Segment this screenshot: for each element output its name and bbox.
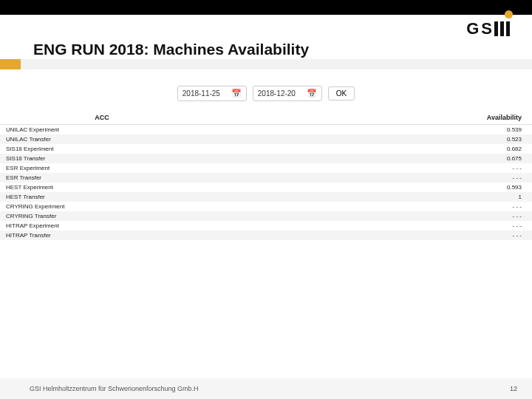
calendar-icon[interactable]: 📅	[231, 89, 242, 98]
page-number: 12	[510, 385, 517, 392]
cell-availability: - - -	[198, 222, 526, 229]
logo-letter-g: G	[466, 19, 478, 38]
date-from-field[interactable]: 📅	[177, 86, 247, 101]
table-body: UNILAC Experiment0.539UNILAC Transfer0.5…	[0, 125, 532, 240]
table-row: ESR Experiment- - -	[0, 163, 532, 173]
table-row: ESR Transfer- - -	[0, 173, 532, 183]
cell-acc: HEST Transfer	[6, 194, 198, 200]
logo-letter-s: S	[481, 19, 491, 38]
date-to-field[interactable]: 📅	[253, 86, 322, 101]
cell-acc: SIS18 Experiment	[6, 146, 198, 152]
cell-availability: 0.593	[198, 184, 526, 191]
cell-acc: HITRAP Transfer	[6, 232, 198, 239]
cell-availability: 1	[198, 194, 526, 200]
cell-acc: UNILAC Transfer	[6, 136, 198, 143]
cell-availability: 0.675	[198, 155, 526, 162]
cell-acc: UNILAC Experiment	[6, 126, 198, 133]
cell-acc: HITRAP Experiment	[6, 222, 198, 229]
cell-availability: 0.523	[198, 136, 526, 143]
table-row: HITRAP Experiment- - -	[0, 221, 532, 231]
cell-availability: 0.682	[198, 146, 526, 152]
date-to-input[interactable]	[258, 89, 302, 98]
calendar-icon[interactable]: 📅	[307, 89, 317, 98]
cell-availability: - - -	[198, 165, 526, 171]
gsi-logo: G S	[466, 19, 510, 38]
cell-availability: - - -	[198, 213, 526, 219]
cell-availability: - - -	[198, 174, 526, 181]
footer-bar: GSI Helmholtzzentrum für Schwerionenfors…	[0, 378, 532, 399]
cell-acc: CRYRING Transfer	[6, 213, 198, 219]
cell-availability: - - -	[198, 232, 526, 239]
table-row: HEST Transfer1	[0, 192, 532, 202]
date-range-controls: 📅 📅 OK	[0, 86, 532, 101]
cell-acc: ESR Experiment	[6, 165, 198, 171]
availability-table: ACC Availability UNILAC Experiment0.539U…	[0, 111, 532, 240]
logo-bars-icon	[494, 21, 510, 36]
table-row: SIS18 Transfer0.675	[0, 154, 532, 163]
table-row: CRYRING Experiment- - -	[0, 202, 532, 211]
title-accent	[0, 59, 21, 69]
cell-availability: 0.539	[198, 126, 526, 133]
cell-acc: SIS18 Transfer	[6, 155, 198, 162]
cell-acc: ESR Transfer	[6, 174, 198, 181]
table-row: SIS18 Experiment0.682	[0, 144, 532, 154]
cell-availability: - - -	[198, 203, 526, 210]
page-title: ENG RUN 2018: Machines Availability	[33, 41, 309, 58]
table-row: UNILAC Transfer0.523	[0, 134, 532, 144]
table-row: HITRAP Transfer- - -	[0, 231, 532, 240]
footer-org: GSI Helmholtzzentrum für Schwerionenfors…	[30, 385, 199, 392]
col-header-acc: ACC	[6, 114, 198, 121]
table-header: ACC Availability	[0, 111, 532, 125]
title-underline	[21, 59, 532, 69]
table-row: HEST Experiment0.593	[0, 183, 532, 192]
date-from-input[interactable]	[183, 89, 227, 98]
col-header-availability: Availability	[198, 114, 526, 121]
logo-dot-icon	[505, 10, 513, 18]
table-row: CRYRING Transfer- - -	[0, 211, 532, 221]
cell-acc: HEST Experiment	[6, 184, 198, 191]
top-black-bar	[0, 0, 532, 15]
table-row: UNILAC Experiment0.539	[0, 125, 532, 134]
ok-button[interactable]: OK	[328, 86, 355, 100]
cell-acc: CRYRING Experiment	[6, 203, 198, 210]
